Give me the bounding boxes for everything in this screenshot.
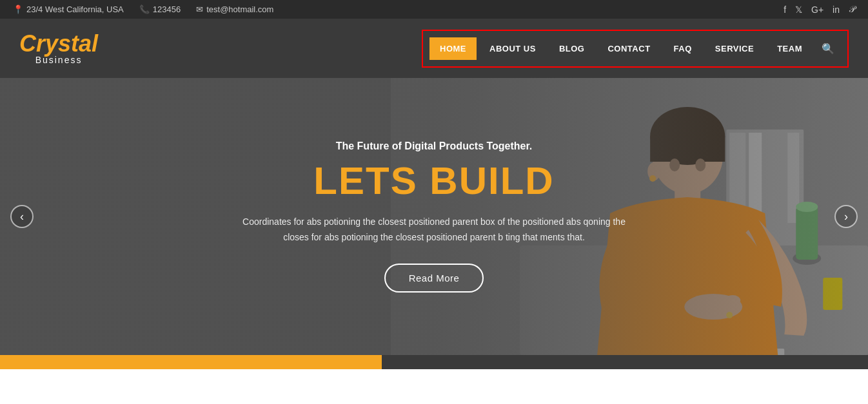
pinterest-icon[interactable]: 𝒫 bbox=[849, 4, 855, 15]
search-icon[interactable]: 🔍 bbox=[815, 36, 841, 61]
logo[interactable]: Crystal Business bbox=[19, 32, 98, 64]
nav-home[interactable]: HOME bbox=[429, 37, 477, 60]
nav-faq[interactable]: FAQ bbox=[664, 37, 702, 60]
top-bar-left: 📍 23/4 West California, USA 📞 123456 ✉ t… bbox=[13, 5, 273, 14]
nav-team[interactable]: TEAM bbox=[767, 37, 813, 60]
logo-name: Crystal bbox=[19, 32, 98, 55]
linkedin-icon[interactable]: in bbox=[833, 5, 840, 15]
nav-blog[interactable]: BLOG bbox=[549, 37, 595, 60]
read-more-button[interactable]: Read More bbox=[384, 264, 484, 293]
location-icon: 📍 bbox=[13, 5, 23, 14]
nav-about[interactable]: ABOUT US bbox=[479, 37, 546, 60]
phone-item: 📞 123456 bbox=[139, 5, 181, 14]
footer-orange-bar bbox=[0, 355, 382, 369]
hero-description: Coordinates for abs potioning the closes… bbox=[234, 215, 634, 245]
phone-icon: 📞 bbox=[139, 5, 150, 14]
email-icon: ✉ bbox=[196, 5, 203, 14]
header: Crystal Business HOME ABOUT US BLOG CONT… bbox=[0, 19, 868, 78]
hero-title: LETS BUILD bbox=[313, 159, 554, 203]
email-text: test@hotmail.com bbox=[206, 5, 273, 14]
twitter-icon[interactable]: 𝕏 bbox=[795, 5, 802, 15]
logo-sub: Business bbox=[19, 55, 98, 64]
nav-service[interactable]: SERVICE bbox=[705, 37, 764, 60]
address-text: 23/4 West California, USA bbox=[26, 5, 124, 14]
next-icon: › bbox=[844, 210, 848, 224]
hero-section: ‹ › The Future of Digital Products Toget… bbox=[0, 78, 868, 355]
address-item: 📍 23/4 West California, USA bbox=[13, 5, 124, 14]
nav-wrapper: HOME ABOUT US BLOG CONTACT FAQ SERVICE T… bbox=[422, 30, 849, 68]
phone-text: 123456 bbox=[153, 5, 181, 14]
top-bar: 📍 23/4 West California, USA 📞 123456 ✉ t… bbox=[0, 0, 868, 19]
footer-dark-bar bbox=[382, 355, 868, 369]
footer-strip bbox=[0, 355, 868, 369]
email-item: ✉ test@hotmail.com bbox=[196, 5, 273, 14]
prev-icon: ‹ bbox=[20, 210, 24, 224]
googleplus-icon[interactable]: G+ bbox=[811, 5, 824, 15]
facebook-icon[interactable]: f bbox=[784, 5, 786, 15]
nav-contact[interactable]: CONTACT bbox=[597, 37, 660, 60]
social-icons: f 𝕏 G+ in 𝒫 bbox=[784, 4, 855, 15]
next-arrow[interactable]: › bbox=[834, 205, 858, 228]
prev-arrow[interactable]: ‹ bbox=[10, 205, 34, 228]
hero-content: The Future of Digital Products Together.… bbox=[0, 78, 868, 355]
main-nav: HOME ABOUT US BLOG CONTACT FAQ SERVICE T… bbox=[429, 36, 841, 61]
hero-subtitle: The Future of Digital Products Together. bbox=[336, 140, 533, 152]
